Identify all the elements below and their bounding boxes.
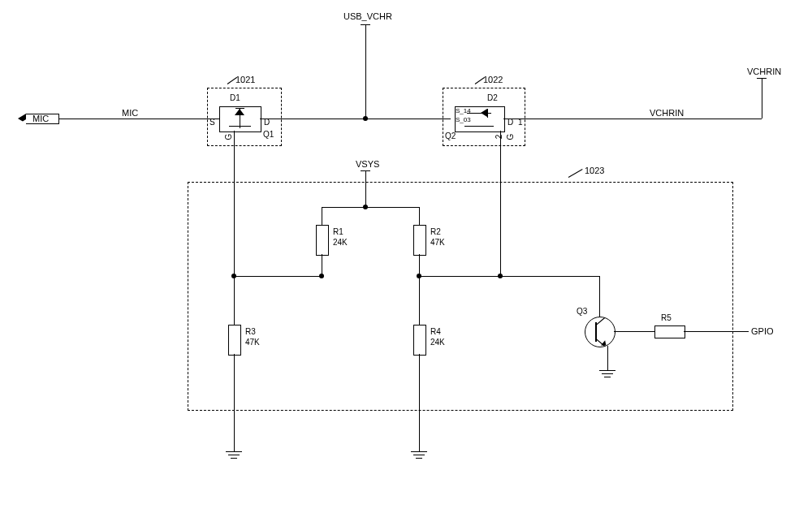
q2-s03-label: S_03 — [456, 116, 471, 123]
resistor-r5 — [654, 325, 685, 338]
wire-r4-gnd — [419, 354, 420, 451]
d1-label: D1 — [230, 93, 240, 102]
q2-label: Q2 — [445, 131, 456, 140]
r3-val: 47K — [245, 338, 260, 347]
block-1022-label: 1022 — [483, 75, 503, 84]
q1-label: Q1 — [263, 130, 274, 139]
wire-q3e-gnd — [607, 346, 608, 370]
vchrin-wire-label: VCHRIN — [650, 108, 684, 118]
q1-g-label: G — [224, 134, 233, 140]
block-1021-label: 1021 — [235, 75, 255, 84]
wire-q2-to-vchrin — [503, 119, 762, 119]
block-1023 — [188, 182, 733, 411]
r2-val: 47K — [430, 238, 445, 247]
wire-right-branch — [419, 276, 500, 277]
resistor-r1 — [316, 225, 329, 256]
mic-wire-label: MIC — [122, 108, 138, 118]
wire-to-r4 — [419, 276, 420, 325]
wire-r3-gnd — [234, 354, 235, 451]
wire-center-to-q2 — [365, 119, 451, 119]
mic-port-arrow — [18, 114, 26, 123]
q2-diode-arrow — [481, 109, 487, 117]
r1-name: R1 — [333, 227, 343, 236]
d2-label: D2 — [487, 93, 498, 102]
q3-label: Q3 — [577, 307, 587, 316]
schematic-canvas: USB_VCHR VCHRIN MIC MIC 1021 D1 S D G Q1… — [0, 0, 812, 513]
wire-to-q3c-h — [500, 276, 599, 277]
q1-diode-bar — [235, 108, 244, 109]
wire-mic — [58, 119, 219, 119]
wire-r5-gpio — [684, 331, 749, 332]
r4-name: R4 — [430, 327, 441, 336]
wire-vsys-branch — [322, 207, 419, 208]
q2-s14-label: S_14 — [456, 107, 471, 114]
wire-to-r1 — [322, 207, 322, 225]
q2-channel — [464, 126, 494, 127]
wire-r1-down — [322, 254, 322, 276]
wire-to-r2 — [419, 207, 420, 225]
q1-s-label: S — [209, 118, 215, 127]
mic-port-bot — [26, 123, 58, 124]
r1-val: 24K — [333, 238, 348, 247]
gpio-label: GPIO — [751, 326, 774, 336]
r3-name: R3 — [245, 327, 256, 336]
net-vchrin-top-label: VCHRIN — [747, 67, 781, 76]
wire-left-branch — [234, 276, 322, 277]
q2-2-label: 2 — [495, 135, 503, 140]
r4-val: 24K — [430, 338, 445, 347]
wire-q3b — [614, 331, 654, 332]
resistor-r2 — [413, 225, 426, 256]
leader-1023 — [568, 169, 583, 178]
block-1023-label: 1023 — [585, 166, 604, 175]
wire-to-r3 — [234, 276, 235, 325]
node-r1r3 — [319, 274, 324, 278]
wire-usb-vchr — [365, 24, 366, 119]
wire-q1-to-center — [260, 119, 365, 119]
q2-diode-bar — [487, 109, 488, 118]
net-usb-vchr-label: USB_VCHR — [343, 11, 392, 21]
wire-r2-down — [419, 254, 420, 276]
resistor-r4 — [413, 325, 426, 356]
q1-channel — [229, 126, 251, 127]
mic-port-label: MIC — [32, 114, 49, 123]
vsys-label: VSYS — [356, 159, 379, 169]
wire-to-q3c-v — [599, 276, 600, 317]
wire-vchrin-down — [762, 78, 762, 119]
q2-g-label: G — [506, 134, 515, 140]
resistor-r3 — [228, 325, 241, 356]
q1-diode-arrow — [235, 109, 244, 115]
r5-name: R5 — [661, 313, 672, 322]
r2-name: R2 — [430, 227, 441, 236]
